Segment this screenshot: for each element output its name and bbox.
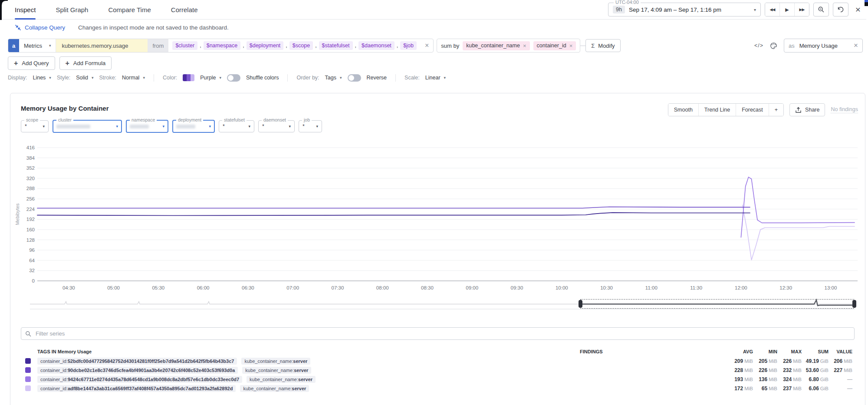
tag-pill[interactable]: container_id:adf8be1447a3ab31ca6569ff37a… <box>37 385 236 392</box>
time-backward-button[interactable]: ◀◀ <box>765 3 779 16</box>
sum-column-header[interactable]: SUM <box>802 349 829 354</box>
divider <box>154 74 154 82</box>
collapse-query-link[interactable]: Collapse Query <box>15 24 65 31</box>
tool-button-trend-line[interactable]: Trend Line <box>698 104 736 116</box>
template-var-pill[interactable]: $statefulset <box>319 41 353 50</box>
filter-namespace[interactable]: namespace▾ <box>126 120 168 133</box>
tag-pill[interactable]: container_id:52bdfc00d477295842752d43014… <box>37 358 237 365</box>
share-button[interactable]: Share <box>789 103 825 116</box>
brush-handle-left[interactable] <box>579 300 582 308</box>
shuffle-colors-toggle[interactable] <box>227 74 240 82</box>
color-select[interactable]: Purple▾ <box>200 75 221 81</box>
zoom-out-icon <box>818 6 825 13</box>
svg-text:08:00: 08:00 <box>376 285 389 290</box>
series-table-header: TAGS IN Memory Usage FINDINGS AVG MIN MA… <box>10 347 865 356</box>
scale-select[interactable]: Linear▾ <box>425 75 446 81</box>
series-row[interactable]: container_id:9424c67711e0274d435a78d6454… <box>10 375 865 384</box>
max-column-header[interactable]: MAX <box>777 349 802 354</box>
min-column-header[interactable]: MIN <box>753 349 777 354</box>
palette-swatch[interactable] <box>183 74 194 81</box>
group-by-tag-pill[interactable]: container_id× <box>533 41 576 50</box>
brush-handle-right[interactable] <box>852 300 856 308</box>
clear-alias-icon[interactable]: × <box>854 41 858 50</box>
tool-button-forecast[interactable]: Forecast <box>736 104 769 116</box>
clear-from-icon[interactable]: × <box>421 39 433 52</box>
filter-series-box[interactable] <box>21 327 855 340</box>
tag-pill[interactable]: container_id:90dcbe02c1e8c3746d5cfea4bf4… <box>37 367 238 374</box>
style-select[interactable]: Solid▾ <box>76 75 93 81</box>
tag-pill[interactable]: kube_container_name:server <box>247 376 316 383</box>
time-range-text: Sep 17, 4:09 am – Sep 17, 1:16 pm <box>629 7 721 13</box>
template-var-pill[interactable]: $job <box>400 41 417 50</box>
brush-selection[interactable] <box>581 300 854 309</box>
tag-pill[interactable]: kube_container_name:server <box>241 358 310 365</box>
stroke-select[interactable]: Normal▾ <box>122 75 145 81</box>
minimap-brush[interactable] <box>30 300 856 310</box>
tag-pill[interactable]: kube_container_name:server <box>240 385 309 392</box>
add-query-button[interactable]: + Add Query <box>8 56 55 70</box>
filter-label: cluster <box>56 117 73 122</box>
filter-statefulset[interactable]: statefulset*▾ <box>219 120 254 132</box>
filter-deployment[interactable]: deployment▾ <box>172 120 215 133</box>
time-play-button[interactable]: ▶ <box>779 3 794 16</box>
series-row[interactable]: container_id:adf8be1447a3ab31ca6569ff37a… <box>10 384 865 393</box>
chevron-down-icon: ▾ <box>340 76 342 80</box>
code-view-icon[interactable]: </> <box>754 43 763 49</box>
template-var-pill[interactable]: $namespace <box>204 41 241 50</box>
value-column-header[interactable]: VALUE <box>829 349 852 354</box>
display-select[interactable]: Lines▾ <box>33 75 51 81</box>
tab-compare-time[interactable]: Compare Time <box>108 0 151 19</box>
reset-time-button[interactable] <box>833 3 848 16</box>
duration-badge: 9h <box>613 6 625 13</box>
series-row[interactable]: container_id:90dcbe02c1e8c3746d5cfea4bf4… <box>10 365 865 375</box>
filter-job[interactable]: job*▾ <box>299 120 322 132</box>
svg-text:04:30: 04:30 <box>62 285 75 290</box>
filter-label: job <box>302 117 312 122</box>
filter-series-input[interactable] <box>35 330 850 337</box>
svg-text:192: 192 <box>26 217 35 222</box>
plus-icon: + <box>66 60 69 67</box>
tag-pill[interactable]: kube_container_name:server <box>242 367 311 374</box>
tab-split-graph[interactable]: Split Graph <box>56 0 88 19</box>
remove-tag-icon[interactable]: × <box>523 43 526 49</box>
alias-input[interactable]: as Memory Usage × <box>784 39 863 53</box>
group-by-tag-pill[interactable]: kube_container_name× <box>463 41 529 50</box>
zoom-out-button[interactable] <box>813 3 829 16</box>
stat-avg: 209MiB <box>720 358 753 364</box>
tool-button-[interactable]: + <box>769 104 783 116</box>
tab-correlate[interactable]: Correlate <box>171 0 198 19</box>
avg-column-header[interactable]: AVG <box>720 349 753 354</box>
chevron-down-icon: ▾ <box>92 76 94 80</box>
tab-inspect[interactable]: Inspect <box>15 0 36 19</box>
stat-avg: 193MiB <box>720 376 753 382</box>
svg-text:13:00: 13:00 <box>825 285 837 290</box>
reverse-toggle[interactable] <box>348 74 361 82</box>
template-var-pill[interactable]: $daemonset <box>358 41 395 50</box>
svg-text:12:00: 12:00 <box>735 285 747 290</box>
close-modal-button[interactable]: × <box>852 4 864 15</box>
template-var-pill[interactable]: $deployment <box>247 41 284 50</box>
stat-value: — <box>829 385 852 392</box>
filter-value: * <box>262 123 264 129</box>
series-row[interactable]: container_id:52bdfc00d477295842752d43014… <box>10 356 865 365</box>
add-formula-button[interactable]: + Add Formula <box>59 56 112 70</box>
template-var-pill[interactable]: $cluster <box>172 41 197 50</box>
remove-tag-icon[interactable]: × <box>569 43 573 49</box>
filter-cluster[interactable]: cluster▾ <box>53 120 122 133</box>
time-range-selector[interactable]: UTC-04:00 9h Sep 17, 4:09 am – Sep 17, 1… <box>608 3 761 16</box>
order-by-select[interactable]: Tags▾ <box>325 75 342 81</box>
no-findings-link[interactable]: No findings <box>831 106 858 113</box>
svg-text:320: 320 <box>26 176 35 181</box>
tag-pill[interactable]: container_id:9424c67711e0274d435a78d6454… <box>37 376 242 383</box>
data-source-select[interactable]: Metrics ▾ <box>19 39 56 52</box>
palette-icon[interactable] <box>770 42 777 49</box>
time-forward-button[interactable]: ▶▶ <box>794 3 809 16</box>
filter-scope[interactable]: scope*▾ <box>21 120 49 132</box>
minimap-selected-line <box>581 300 854 306</box>
template-var-pill[interactable]: $scope <box>289 41 313 50</box>
metric-name-input[interactable]: kubernetes.memory.usage <box>56 39 148 52</box>
chevron-down-icon: ▾ <box>159 124 164 128</box>
modify-button[interactable]: Σ Modify <box>585 39 620 52</box>
tool-button-smooth[interactable]: Smooth <box>668 104 698 116</box>
filter-daemonset[interactable]: daemonset*▾ <box>258 120 295 132</box>
